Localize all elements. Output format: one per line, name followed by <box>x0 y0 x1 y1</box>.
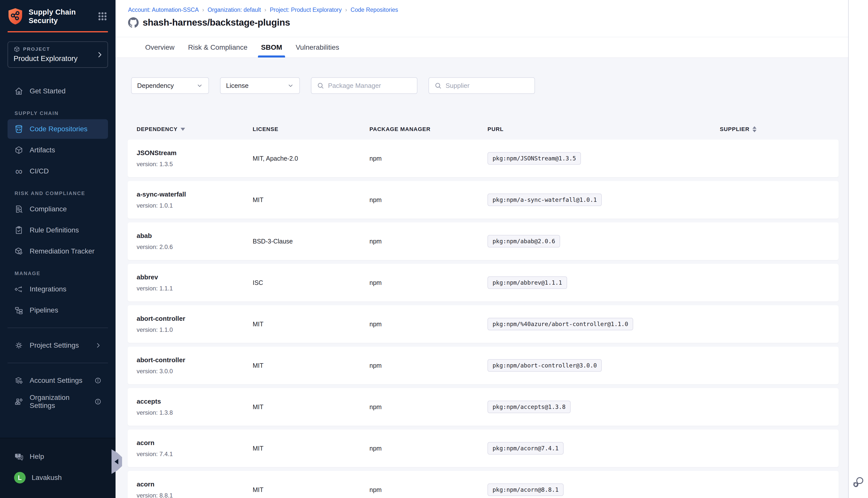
sort-desc-icon <box>181 128 185 131</box>
tab-overview[interactable]: Overview <box>145 37 174 57</box>
license-cell: BSD-3-Clause <box>252 238 370 245</box>
github-icon <box>128 17 139 28</box>
user-name: Lavakush <box>31 474 62 482</box>
dependency-version: version: 1.3.8 <box>137 409 252 416</box>
chevron-down-icon <box>196 82 203 89</box>
column-header-license: LICENSE <box>252 126 370 132</box>
supplier-input[interactable] <box>445 82 529 90</box>
help-chat-icon: ? <box>14 452 24 461</box>
tab-sbom[interactable]: SBOM <box>261 37 282 57</box>
app-grid-icon[interactable] <box>97 11 108 22</box>
purl-badge: pkg:npm/acorn@7.4.1 <box>488 442 563 455</box>
sidebar-item-label: Account Settings <box>30 377 82 384</box>
sidebar-item-account-settings[interactable]: Account Settings <box>8 371 108 390</box>
sidebar-item-integrations[interactable]: Integrations <box>8 279 108 299</box>
license-filter-select[interactable]: License <box>220 77 300 94</box>
purl-badge: pkg:npm/a-sync-waterfall@1.0.1 <box>488 194 602 206</box>
app-root: Supply Chain Security PROJECT <box>0 0 868 498</box>
box-tag-icon <box>14 247 24 256</box>
breadcrumb-separator: › <box>202 7 204 13</box>
breadcrumb-account-link[interactable]: Account: Automation-SSCA <box>128 6 199 13</box>
search-icon <box>435 82 442 89</box>
sidebar-item-organization-settings[interactable]: Organization Settings <box>8 392 108 411</box>
brand-accent-divider <box>8 31 108 32</box>
sidebar-item-user-profile[interactable]: L Lavakush <box>8 468 108 487</box>
supply-chain-shield-logo <box>8 8 23 25</box>
page-header: Account: Automation-SSCA › Organization:… <box>116 0 848 37</box>
document-search-icon <box>14 204 24 214</box>
column-header-supplier[interactable]: SUPPLIER <box>720 126 839 132</box>
dependency-filter-select[interactable]: Dependency <box>131 77 209 94</box>
table-row: abbrev version: 1.1.1 ISC npm pkg:npm/ab… <box>128 264 839 301</box>
brand-title: Supply Chain Security <box>29 8 76 25</box>
sidebar-item-label: Compliance <box>30 205 67 213</box>
sidebar-bottom-panel: ? Help L Lavakush <box>0 438 116 498</box>
tab-risk-compliance[interactable]: Risk & Compliance <box>188 37 248 57</box>
sidebar-divider <box>8 328 108 328</box>
package-manager-cell: npm <box>370 279 488 286</box>
project-selector[interactable]: PROJECT Product Exploratory <box>8 41 108 68</box>
chat-launcher-icon[interactable] <box>852 475 865 488</box>
supplier-search <box>428 77 535 94</box>
info-icon <box>94 398 102 405</box>
infinity-icon: ∞ <box>14 167 24 176</box>
sidebar-item-label: Help <box>30 453 44 461</box>
purl-cell: pkg:npm/acorn@7.4.1 <box>488 442 720 455</box>
dependency-cell: abbrev version: 1.1.1 <box>137 273 252 292</box>
purl-badge: pkg:npm/abab@2.0.6 <box>488 235 560 248</box>
dependency-name: abab <box>137 232 252 240</box>
package-manager-cell: npm <box>370 238 488 245</box>
sidebar-item-help[interactable]: ? Help <box>8 447 108 467</box>
column-header-purl: PURL <box>488 126 720 132</box>
sidebar-item-get-started[interactable]: Get Started <box>8 81 108 101</box>
sidebar-item-label: CI/CD <box>30 167 49 175</box>
sidebar-item-rule-definitions[interactable]: Rule Definitions <box>8 220 108 240</box>
sidebar-item-label: Code Repositories <box>30 125 87 133</box>
sidebar-item-project-settings[interactable]: Project Settings <box>8 336 108 355</box>
license-cell: MIT <box>252 320 370 328</box>
sidebar-item-cicd[interactable]: ∞ CI/CD <box>8 161 108 181</box>
table-row: acorn version: 7.4.1 MIT npm pkg:npm/aco… <box>128 430 839 467</box>
column-header-dependency[interactable]: DEPENDENCY <box>137 126 252 132</box>
sidebar-item-label: Pipelines <box>30 306 58 314</box>
layers-gear-icon <box>14 376 24 385</box>
info-icon <box>94 377 102 384</box>
sidebar-item-pipelines[interactable]: Pipelines <box>8 300 108 320</box>
license-cell: MIT <box>252 486 370 494</box>
dependency-version: version: 1.3.5 <box>137 161 252 168</box>
search-icon <box>317 82 324 89</box>
breadcrumb-organization-link[interactable]: Organization: default <box>208 6 261 13</box>
dependency-name: acorn <box>137 439 252 447</box>
breadcrumb-project-link[interactable]: Project: Product Exploratory <box>270 6 341 13</box>
table-row: abort-controller version: 3.0.0 MIT npm … <box>128 346 839 384</box>
purl-cell: pkg:npm/accepts@1.3.8 <box>488 401 720 413</box>
breadcrumb-separator: › <box>264 7 266 13</box>
purl-badge: pkg:npm/JSONStream@1.3.5 <box>488 152 581 165</box>
table-row: accepts version: 1.3.8 MIT npm pkg:npm/a… <box>128 388 839 426</box>
project-name: Product Exploratory <box>14 54 103 63</box>
dependency-version: version: 7.4.1 <box>137 450 252 458</box>
sidebar-item-label: Artifacts <box>30 146 55 154</box>
package-manager-cell: npm <box>370 155 488 162</box>
dependency-version: version: 1.1.1 <box>137 285 252 292</box>
dependency-name: abort-controller <box>137 356 252 364</box>
sidebar-divider <box>8 363 108 363</box>
sidebar-item-artifacts[interactable]: Artifacts <box>8 140 108 160</box>
sidebar-item-compliance[interactable]: Compliance <box>8 199 108 219</box>
table-row: abort-controller version: 1.1.0 MIT npm … <box>128 305 839 343</box>
package-manager-cell: npm <box>370 320 488 328</box>
sidebar-item-label: Get Started <box>30 87 66 95</box>
table-header-row: DEPENDENCY LICENSE PACKAGE MANAGER PURL … <box>128 126 839 132</box>
package-manager-input[interactable] <box>328 82 411 90</box>
purl-cell: pkg:npm/%40azure/abort-controller@1.1.0 <box>488 318 720 330</box>
dependency-name: JSONStream <box>137 149 252 157</box>
license-cell: ISC <box>252 279 370 286</box>
brand-row: Supply Chain Security <box>0 0 116 25</box>
sidebar-item-code-repositories[interactable]: Code Repositories <box>8 119 108 139</box>
code-repository-icon <box>14 124 24 134</box>
license-cell: MIT <box>252 362 370 369</box>
tab-vulnerabilities[interactable]: Vulnerabilities <box>296 37 339 57</box>
breadcrumb: Account: Automation-SSCA › Organization:… <box>128 6 848 13</box>
breadcrumb-code-repositories-link[interactable]: Code Repositories <box>351 6 398 13</box>
sidebar-item-remediation-tracker[interactable]: Remediation Tracker <box>8 241 108 261</box>
